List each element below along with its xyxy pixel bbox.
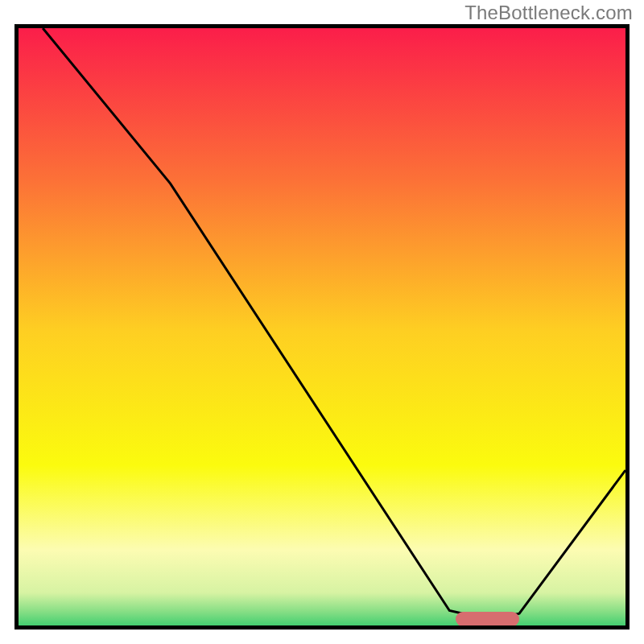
chart-container: TheBottleneck.com [0, 0, 644, 644]
optimal-marker [456, 612, 519, 626]
curve-path [43, 28, 625, 620]
data-curve [19, 28, 625, 625]
plot-frame [14, 24, 630, 630]
watermark-text: TheBottleneck.com [464, 2, 633, 24]
